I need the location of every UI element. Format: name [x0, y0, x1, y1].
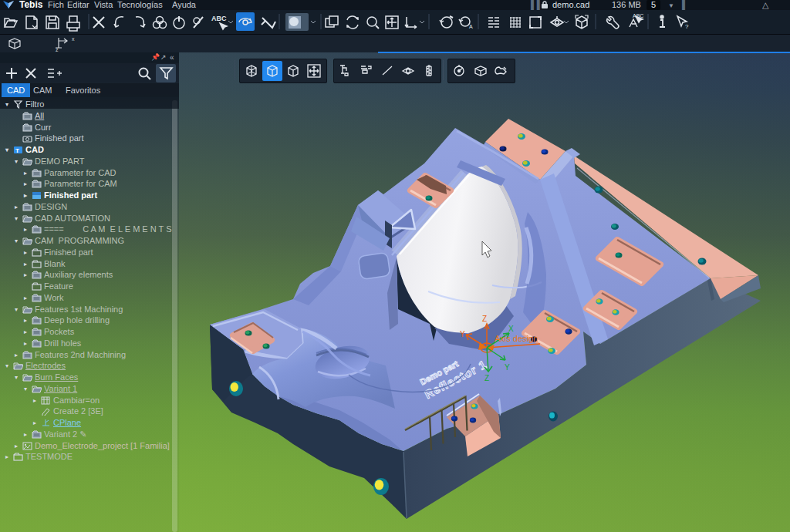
svg-text:x: x: [72, 36, 75, 42]
svg-text:Y: Y: [460, 330, 465, 338]
svg-text:A: A: [469, 24, 473, 29]
svg-text:X: X: [508, 325, 514, 333]
svg-text:Axis design: Axis design: [495, 334, 538, 343]
svg-text:T: T: [15, 147, 19, 154]
svg-text:ABC: ABC: [633, 13, 643, 19]
svg-text:z: z: [56, 47, 59, 52]
svg-text:Y: Y: [505, 363, 510, 372]
svg-text:ABC: ABC: [211, 15, 227, 22]
svg-text:?: ?: [685, 23, 689, 30]
svg-text:Z: Z: [482, 315, 487, 323]
svg-text:Z: Z: [484, 374, 489, 382]
